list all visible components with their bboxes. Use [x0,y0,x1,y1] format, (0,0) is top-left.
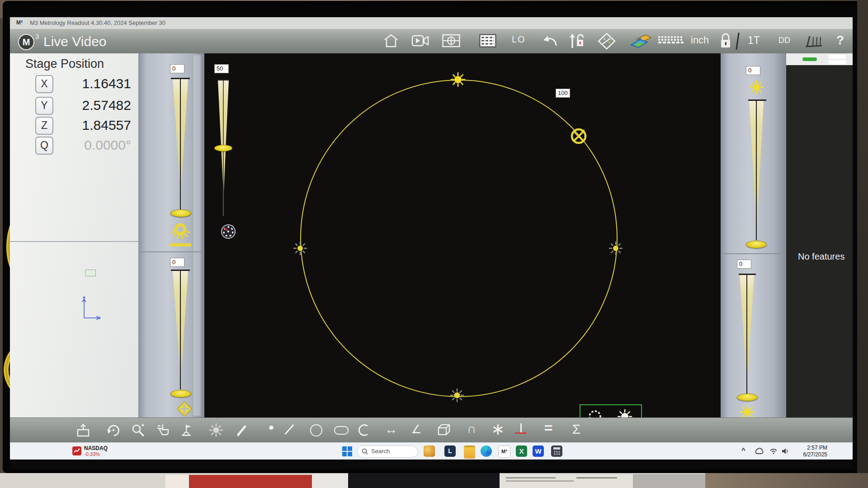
search-box[interactable]: Search [357,445,418,458]
taskbar-app-dark[interactable]: L [444,445,456,457]
taskbar-app-m3[interactable]: M³ [498,445,510,458]
onedrive-icon[interactable] [754,448,764,455]
probe-indicator[interactable]: 1T [748,34,760,47]
open-arc-tool-button[interactable] [357,423,371,437]
graduations-icon[interactable] [804,33,824,49]
construction-tool-button[interactable]: ∗ [491,420,505,439]
axis-value-z: 1.84557 [50,118,131,133]
ring-light-slider-track[interactable] [180,79,181,209]
parallel-tool-button[interactable]: = [542,420,555,436]
selection-rect-icon [85,270,96,276]
keyboard-button[interactable] [658,36,684,43]
dd-indicator[interactable]: DD [778,36,790,45]
clock[interactable]: 2:57 PM 6/27/2025 [792,445,827,458]
stage-light-slider-value[interactable]: 0 [170,258,184,267]
right-bottom-slider-track[interactable] [746,275,747,393]
axis-origin-icon [79,295,102,322]
video-canvas[interactable]: 50 100 [204,53,721,417]
slider-max-mark [739,274,756,275]
help-button[interactable]: ? [836,33,844,47]
features-empty-text: No features [798,251,844,262]
distance-tool-button[interactable]: ↔ [384,422,398,437]
right-top-light-icon[interactable] [749,80,764,95]
skew-correction-button[interactable] [630,33,652,49]
right-slider-divider [722,253,785,254]
live-video-button[interactable] [411,34,429,47]
stage-light-icon[interactable] [176,401,193,417]
compass-button[interactable] [598,33,616,50]
ring-light-slider-value[interactable]: 0 [170,64,184,73]
screen-bottom-edge [10,460,853,469]
touch-tool-button[interactable] [156,423,170,437]
probe-tool-button[interactable] [179,423,193,437]
summary-tool-button[interactable]: Σ [570,422,583,437]
right-light-panel: 0 0 [721,53,786,417]
coax-light-slider-value[interactable]: 50 [214,64,229,73]
point-tool-button[interactable]: • [266,419,277,436]
slot-tool-button[interactable] [334,426,349,435]
features-status-indicator [802,57,817,61]
line-tool-button[interactable] [285,424,294,435]
coax-light-slider-thumb[interactable] [214,145,232,152]
header-bar: M 3 Live Video LO [10,29,853,53]
taskbar-app-calculator[interactable] [551,445,562,457]
right-top-slider-thumb[interactable] [746,241,767,248]
report-tool-button[interactable] [76,423,90,438]
units-toggle[interactable]: inch [691,34,709,46]
light-marker-right[interactable] [609,241,623,256]
taskbar-app-explorer[interactable] [464,445,475,459]
taskbar-app-copilot[interactable] [424,445,435,457]
axis-value-x: 1.16431 [50,76,131,91]
crosshair-view-button[interactable] [442,34,460,47]
taskbar-app-excel[interactable]: X [516,445,527,457]
taskbar-app-word[interactable]: W [533,445,544,457]
arc-tool-button[interactable]: ∩ [465,422,478,436]
light-marker-bottom[interactable] [450,388,464,403]
rotate-tool-button[interactable] [106,423,121,437]
undo-button[interactable] [542,33,558,48]
features-panel: No features [786,53,853,417]
light-marker-left[interactable] [293,241,307,256]
circle-tool-button[interactable] [310,424,322,436]
ring-value-box[interactable]: 100 [556,89,570,98]
app-logo-sup: 3 [35,33,39,40]
ring-light-slider-thumb[interactable] [170,209,191,217]
perpendicular-tool-button[interactable] [515,423,527,434]
joystick-speed-dial-icon[interactable] [221,224,236,239]
dro-table-button[interactable] [479,34,496,47]
home-button[interactable] [383,33,399,48]
box-tool-button[interactable] [437,423,451,437]
stock-symbol: NASDAQ [84,445,108,451]
lock-button[interactable] [719,33,732,49]
monitor-stand [348,473,500,488]
tray-chevron[interactable]: ^ [741,446,745,454]
screen: M³ M3 Metrology Readout 4.30.40, 2024 Se… [10,17,853,469]
network-icon[interactable] [769,448,778,455]
right-top-slider-value[interactable]: 0 [746,66,760,75]
axis-value-y: 2.57482 [50,98,131,113]
right-top-slider-track[interactable] [756,101,757,240]
volume-icon[interactable] [781,448,789,455]
panel-header-button[interactable] [829,55,846,59]
ring-light-bar-icon[interactable] [170,243,191,246]
desk-white-box [312,474,348,488]
lock-axes-button[interactable] [569,33,586,49]
stage-light-slider-thumb[interactable] [170,390,191,398]
panel-header-button[interactable] [829,60,846,64]
angle-tool-button[interactable]: ∠ [410,422,423,436]
search-label: Search [371,448,390,455]
light-marker-top[interactable] [450,72,466,87]
stage-position-panel: Stage Position X 1.16431 Y 2.57482 Z 1.8… [10,53,139,417]
ring-light-icon[interactable] [170,222,190,242]
stock-widget[interactable]: NASDAQ -0.33% [72,445,131,458]
stage-light-slider-track[interactable] [180,271,181,389]
light-tool-button[interactable] [209,423,223,437]
right-bottom-slider-value[interactable]: 0 [737,260,751,269]
lo-button[interactable]: LO [512,34,526,45]
taskbar-app-edge[interactable] [481,445,492,457]
light-drag-handle[interactable] [568,126,589,147]
right-bottom-slider-thumb[interactable] [737,393,758,401]
annotate-tool-button[interactable] [234,423,249,437]
magnifier-tool-button[interactable] [131,423,146,437]
start-button[interactable] [342,446,352,456]
